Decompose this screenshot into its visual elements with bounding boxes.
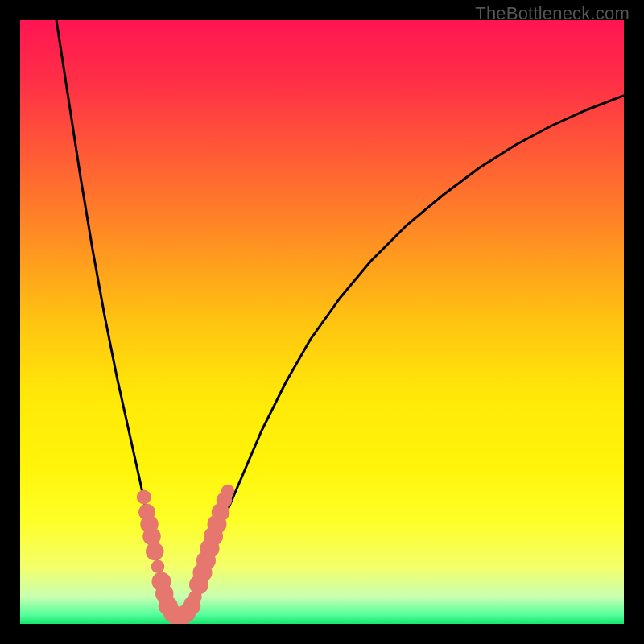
chart-frame: TheBottleneck.com — [0, 0, 644, 644]
right-branch-curve — [189, 96, 624, 615]
data-marker — [221, 485, 235, 498]
data-markers — [137, 485, 235, 624]
data-marker — [137, 490, 151, 505]
data-marker — [142, 527, 161, 546]
curve-layer — [20, 20, 624, 624]
data-marker — [146, 543, 164, 561]
data-marker — [151, 560, 165, 574]
plot-area — [20, 20, 624, 624]
watermark-text: TheBottleneck.com — [475, 3, 630, 24]
